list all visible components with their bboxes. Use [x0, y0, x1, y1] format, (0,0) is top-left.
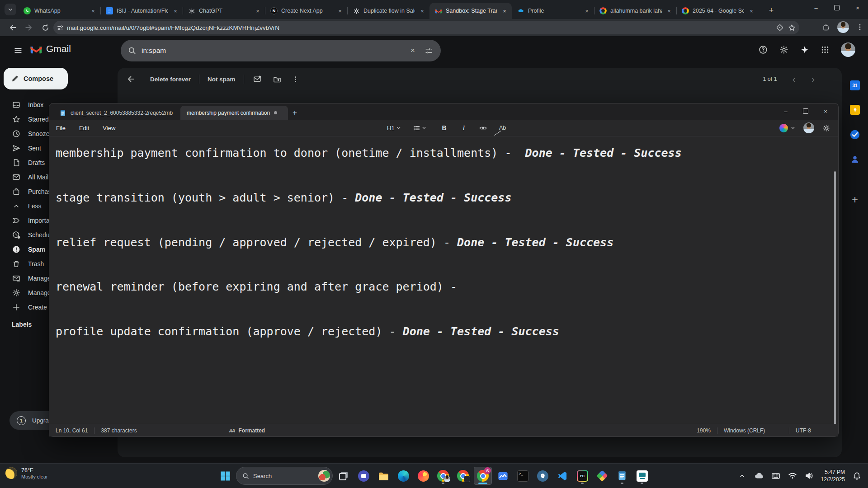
- taskbar-pgadmin-icon[interactable]: [593, 467, 611, 485]
- plus-icon[interactable]: +: [852, 193, 858, 206]
- bookmark-side-panel-icon[interactable]: [776, 24, 783, 31]
- taskbar-edge-icon[interactable]: [394, 467, 412, 485]
- forward-button[interactable]: [23, 21, 35, 34]
- browser-profile-avatar[interactable]: [837, 21, 849, 33]
- start-button[interactable]: [216, 467, 234, 485]
- copilot-button[interactable]: [779, 124, 795, 132]
- reload-button[interactable]: [39, 21, 52, 34]
- browser-tab-create-next-app[interactable]: N Create Next App ×: [265, 3, 347, 19]
- browser-menu-icon[interactable]: [856, 23, 863, 31]
- notepad-maximize-button[interactable]: [796, 103, 816, 119]
- contacts-icon[interactable]: [850, 155, 860, 164]
- notepad-editor[interactable]: membership payment confirmation to donor…: [49, 136, 838, 424]
- minimize-button[interactable]: –: [806, 0, 826, 15]
- touch-keyboard-icon[interactable]: [769, 468, 783, 483]
- tab-close-icon[interactable]: ×: [583, 7, 590, 14]
- notepad-minimize-button[interactable]: –: [776, 103, 796, 119]
- taskbar-file-explorer-icon[interactable]: [374, 467, 392, 485]
- taskbar-firefox-icon[interactable]: [414, 467, 432, 485]
- taskbar-vscode-icon[interactable]: [553, 467, 571, 485]
- search-icon[interactable]: [128, 47, 136, 55]
- more-options-icon[interactable]: [284, 76, 307, 83]
- taskbar-chrome-profile-1-icon[interactable]: [434, 467, 452, 485]
- keep-icon[interactable]: [850, 105, 860, 115]
- clear-formatting-button[interactable]: Ab: [495, 122, 511, 134]
- gemini-sparkle-icon[interactable]: [800, 45, 809, 54]
- tab-close-icon[interactable]: ×: [748, 7, 755, 14]
- tab-close-icon[interactable]: ×: [336, 7, 344, 14]
- browser-tab-isij-automation-flo[interactable]: ISIJ - Automation/Flo ×: [100, 3, 183, 19]
- maximize-button[interactable]: [826, 0, 847, 15]
- taskbar-task-view-icon[interactable]: [335, 467, 353, 485]
- taskbar-notepad-icon[interactable]: [613, 467, 631, 485]
- line-ending[interactable]: Windows (CRLF): [717, 427, 789, 434]
- taskbar-task-app-icon[interactable]: [633, 467, 651, 485]
- browser-tab-profile[interactable]: Profile ×: [512, 3, 594, 19]
- menu-view[interactable]: View: [96, 125, 122, 131]
- bookmark-star-icon[interactable]: [788, 24, 796, 32]
- move-to-folder-icon[interactable]: [270, 75, 284, 83]
- menu-edit[interactable]: Edit: [72, 125, 96, 131]
- clear-search-icon[interactable]: ×: [406, 46, 420, 55]
- heading-style-button[interactable]: H1: [385, 122, 403, 134]
- browser-tab-sandbox-stage-trans[interactable]: Sandbox: Stage Trans ×: [429, 3, 512, 19]
- mark-unread-icon[interactable]: [244, 75, 270, 83]
- tray-chevron-up-icon[interactable]: [736, 468, 749, 483]
- notepad-tab-membership[interactable]: membership payment confirmation: [180, 106, 288, 120]
- notepad-tab-client-secret[interactable]: client_secret_2_60053885332-2reqe52rrib: [53, 106, 180, 120]
- tab-close-icon[interactable]: ×: [665, 7, 673, 14]
- older-chevron-icon[interactable]: ›: [811, 74, 815, 84]
- tab-search-button[interactable]: [5, 4, 16, 15]
- google-apps-grid-icon[interactable]: [821, 46, 829, 54]
- address-bar[interactable]: mail.google.com/mail/u/0/?ogbl#spam/FMfc…: [53, 21, 799, 34]
- browser-tab-whatsapp[interactable]: WhatsApp ×: [18, 3, 100, 19]
- zoom-level[interactable]: 190%: [690, 427, 717, 434]
- editor-scrollbar[interactable]: [834, 171, 836, 424]
- notification-bell-icon[interactable]: [850, 468, 863, 483]
- encoding[interactable]: UTF-8: [789, 427, 834, 434]
- gmail-account-avatar[interactable]: [841, 42, 855, 57]
- taskbar-pycharm-icon[interactable]: PC: [573, 467, 591, 485]
- notepad-settings-icon[interactable]: [822, 124, 830, 132]
- tab-close-icon[interactable]: ×: [254, 7, 261, 14]
- back-button[interactable]: [6, 21, 19, 34]
- volume-icon[interactable]: [802, 468, 816, 483]
- tab-close-icon[interactable]: ×: [90, 7, 97, 14]
- delete-forever-button[interactable]: Delete forever: [142, 76, 199, 83]
- bold-button[interactable]: B: [436, 122, 453, 134]
- newer-chevron-icon[interactable]: ‹: [793, 74, 796, 84]
- browser-tab-duplicate-flow-in-sale[interactable]: Duplicate flow in Sale ×: [347, 3, 429, 19]
- taskbar-task-manager-icon[interactable]: [494, 467, 512, 485]
- calendar-icon[interactable]: 31: [850, 80, 860, 90]
- main-menu-icon[interactable]: [10, 42, 26, 59]
- not-spam-button[interactable]: Not spam: [199, 76, 244, 83]
- close-button[interactable]: ×: [847, 0, 868, 15]
- insert-link-button[interactable]: [475, 122, 491, 134]
- tasks-icon[interactable]: [849, 129, 860, 140]
- settings-gear-icon[interactable]: [779, 45, 788, 54]
- browser-tab-2025-64-google-se[interactable]: 2025-64 - Google Se ×: [676, 3, 759, 19]
- tab-close-icon[interactable]: ×: [419, 7, 426, 14]
- new-tab-button[interactable]: +: [765, 4, 778, 17]
- taskbar-chrome-active-icon[interactable]: S: [474, 467, 492, 485]
- notepad-close-button[interactable]: ×: [816, 103, 835, 119]
- weather-widget[interactable]: 76°F Mostly clear: [5, 467, 48, 479]
- help-icon[interactable]: [759, 45, 768, 54]
- tab-close-icon[interactable]: ×: [172, 7, 179, 14]
- onedrive-icon[interactable]: [752, 468, 766, 483]
- compose-button[interactable]: Compose: [4, 68, 68, 89]
- tab-close-icon[interactable]: ×: [501, 7, 508, 14]
- back-to-list-icon[interactable]: [118, 75, 142, 83]
- taskbar-postgresql-icon[interactable]: [533, 467, 552, 485]
- taskbar-chrome-profile-2-icon[interactable]: [454, 467, 472, 485]
- taskbar-media-app-icon[interactable]: [354, 467, 373, 485]
- browser-tab-allahumma-barik-laha[interactable]: allahumma barik laha ×: [594, 3, 676, 19]
- taskbar-clock[interactable]: 5:47 PM 12/2/2025: [819, 469, 847, 483]
- taskbar-search-box[interactable]: Search: [236, 467, 333, 485]
- gmail-search-bar[interactable]: in:spam ×: [121, 40, 441, 61]
- browser-tab-chatgpt[interactable]: ChatGPT ×: [183, 3, 265, 19]
- site-info-icon[interactable]: [53, 24, 67, 31]
- italic-button[interactable]: I: [456, 122, 472, 134]
- wifi-icon[interactable]: [786, 468, 799, 483]
- notepad-new-tab-button[interactable]: +: [288, 106, 302, 120]
